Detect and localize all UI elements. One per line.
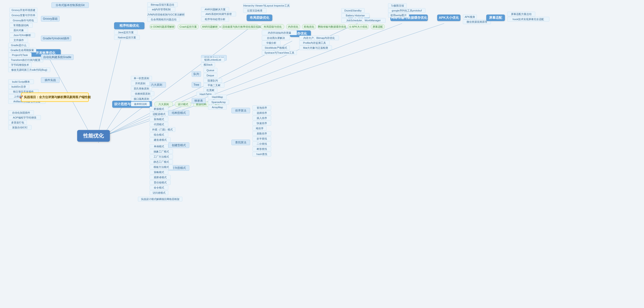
apk-opt-node: APK大小优化 [437, 15, 460, 21]
tag-power: 耗电优化 [302, 24, 316, 29]
screen-solution: 屏幕适配方案总结 [507, 12, 535, 16]
command: 命令模式 [150, 185, 168, 190]
tag-ui-opt: 布局层级与优化 [261, 24, 284, 29]
strategy: 策略模式 [150, 170, 168, 175]
groovy-file: 文件操作 [9, 38, 28, 42]
stack: 栈Stack [201, 62, 215, 67]
program-perf-node: 程序性能优化 [114, 22, 144, 29]
tag-screen: 屏幕适配 [371, 24, 385, 29]
chain-resp: 责任链模式 [150, 180, 171, 185]
tree-node: Tree [192, 82, 201, 88]
heap-sort: 堆排序 [252, 126, 266, 131]
observer: 观察者模式 [150, 175, 171, 180]
builder-pattern: 建造者模式 [150, 137, 171, 142]
queue-node: 队列 [192, 71, 201, 77]
java-monitor: Java监控方案 [114, 30, 138, 35]
doze-standby: Doze&Standby [341, 8, 365, 13]
gradle-nosource: 修改无源码第三方sdk代码(Bug) [8, 67, 50, 72]
aop-bytecode: AOP编程字节码增强 [8, 115, 41, 120]
groovy-env: Groovy开发环境搭建 [9, 8, 38, 13]
groovy-json: Json与Xml解析 [9, 33, 35, 38]
practical-pattern: 实战设计模式解耦项目网络层框架 [138, 197, 182, 201]
tag-startup: ⊙ 启动速度与执行效率优化项目实战 [221, 24, 259, 29]
gradle-transform: Transform执行行则与配置 [8, 58, 43, 62]
gradle-android-node: Gradle与Android插件 [41, 36, 71, 41]
ui-opt-node: 布局层级优化 [246, 15, 272, 21]
static-factory: 静态工厂模式 [150, 160, 173, 164]
sort-algorithm-node: 排序算法 [232, 108, 250, 113]
arraymap: ArrayMap [208, 105, 227, 110]
groovy-var: Groovy变量与字符串 [9, 13, 38, 18]
template-method: 模板方法模式 [150, 165, 173, 169]
groovy-ds: 常用数据结构 [9, 23, 33, 28]
project-node: 🚀 实战项目：全方位评测与解析腾讯新闻客户端性能 [21, 92, 89, 102]
dependency: 依赖倒置原则 [131, 91, 154, 96]
hash-search: hash查找 [252, 152, 271, 157]
groovy-oop: 面向对象 [9, 28, 28, 33]
thread-wait: 程序等待处理分析 [201, 17, 229, 22]
factory-method: 工厂方法模式 [150, 154, 173, 159]
bubble-sort: 冒泡排序 [252, 105, 271, 110]
auto-build-node: 自动化构建系统Gradle [41, 54, 74, 60]
adapter-pattern: 适配器模式 [150, 112, 168, 116]
binary-search: 二分查找 [252, 141, 271, 146]
tag-network: 网络传输与数据缓存优化 [318, 24, 346, 29]
map-node: 映射表 [192, 98, 206, 103]
hook-fullscreen: hook技术实现屏幕完全适配 [507, 17, 549, 22]
systrace: Systrace与TraceView工具 [262, 50, 297, 55]
git-node: 分布式版本控制系统Git [52, 2, 89, 8]
proxy-pattern: 代理模式 [150, 122, 168, 127]
mind-map: 性能优化 开发效率优化 分布式版本控制系统Git Groovy基础 Groovy… [0, 0, 644, 308]
decorator-pattern: 装饰模式 [150, 117, 168, 121]
tag-anr: ANR问题解析 [200, 24, 219, 29]
hierarchy-viewer: Hierarchy Viewer与Layout Inspector工具 [243, 3, 290, 8]
tag-six-principles: 六大原则 [154, 102, 173, 107]
sparsearray: SparseArray [208, 100, 229, 104]
jobscheduler: JobScheduler、WorkManager [341, 18, 386, 23]
stickmode: StickMode严格模式 [262, 45, 290, 50]
select-sort: 选择排序 [252, 110, 271, 115]
stall-analysis: 卡顿分析 [262, 41, 280, 45]
adj-memory: adj内存管理机制 [147, 7, 175, 12]
mem-jitter: 内存抖动知内存泄漏 [262, 31, 297, 35]
apk-slim: APK瘦身 [463, 15, 477, 19]
plugin-practice-node: 插件实战 [41, 77, 60, 83]
profile-tool: Profile内存监测工具 [299, 41, 330, 45]
screen-adapt-node: 屏幕适配 [486, 15, 505, 21]
interface-seg: 接口隔离原则 [131, 96, 152, 101]
anr-solution: ANR问题解决方案 [201, 7, 229, 12]
use-webp: 使用webp图片 [388, 13, 409, 18]
battery-historian: Battery Historian [341, 13, 369, 18]
quick-sort: 快速排序 [252, 121, 271, 125]
multichannel: 多渠道打包 [8, 120, 27, 125]
richter: 里氏替换原则 [131, 86, 152, 91]
insert-sort: 插入排序 [252, 116, 271, 120]
radix-sort: 基数排序 [252, 131, 271, 136]
auto-bw-screen: 自动黑白屏解决 [262, 36, 290, 40]
search-algorithm-node: 查找算法 [232, 139, 250, 145]
mem-large: 内存大户、Bitmap内存优化 [299, 36, 339, 40]
queue-item: Queue [203, 68, 218, 73]
build-script: build Script脚本 [8, 79, 34, 84]
tag-design-pattern: 设计模式 [175, 102, 191, 107]
tag-oom: ⊙ OOM问题原理解析 [150, 24, 175, 29]
visitor: 访问者模式 [150, 190, 168, 195]
native-monitor: Nativie监控方案 [114, 35, 140, 40]
single-resp: 单一职责原则 [131, 76, 152, 81]
gradle-lifecycle: Gradle生命周期探索 [8, 48, 36, 53]
deque-item: Deque [203, 73, 218, 78]
avl-tree: 平衡二叉树 [203, 83, 224, 88]
bridge-pattern: 桥接模式 [150, 107, 168, 111]
bitmap-compress: Bitmap压缩方案总结 [147, 2, 178, 7]
svg-line-1 [98, 27, 124, 133]
abstract-factory: 抽象工厂模式 [150, 149, 173, 154]
tag-apk: ⊙ APK大小优化 [348, 24, 369, 29]
center-node: 性能优化 [77, 130, 110, 142]
linked-list: 链表LinkedList [201, 57, 224, 62]
groovy-op: Groovy操作与闭包 [9, 18, 38, 23]
gradle-what: Gradle是什么 [8, 43, 29, 48]
singleton: 单例模式 [150, 144, 168, 149]
tag-crash: Crash监控方案 [178, 24, 199, 29]
open-close: 开闭原则 [131, 81, 150, 86]
tree-search: 树形查找 [252, 147, 271, 151]
